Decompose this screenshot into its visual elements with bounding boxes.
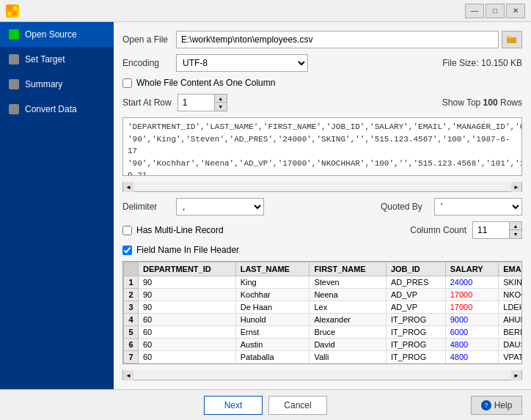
table-hscroll[interactable]: ◄ ► [122, 370, 522, 380]
table-cell-salary: 17000 [445, 289, 499, 301]
table-cell-last-name: Hunold [235, 314, 310, 326]
table-cell-rownum: 7 [124, 351, 139, 364]
table-hscroll-left[interactable]: ◄ [123, 370, 133, 380]
sidebar-item-convert-data[interactable]: Convert Data [0, 97, 114, 122]
table-cell-dept: 90 [139, 289, 236, 301]
table-cell-job: IT_PROG [386, 351, 445, 364]
table-row: 190KingStevenAD_PRES24000SKING [124, 276, 523, 289]
start-row-left: Start At Row ▲ ▼ [122, 94, 227, 111]
sidebar-label-convert-data: Convert Data [25, 104, 77, 114]
spin-down-button[interactable]: ▼ [215, 103, 227, 111]
multiline-checkbox-row: Has Multi-Line Record [122, 225, 224, 235]
table-cell-first-name: Lex [310, 301, 387, 314]
delimiter-label: Delimiter [122, 202, 170, 212]
sidebar-item-open-source[interactable]: Open Source [0, 22, 114, 47]
svg-rect-1 [13, 7, 17, 10]
help-icon: ? [481, 400, 491, 410]
hscroll-right-button[interactable]: ► [511, 182, 521, 192]
multiline-col-count-row: Has Multi-Line Record Column Count ▲ ▼ [122, 221, 522, 239]
table-cell-email: AHUNOL... [499, 314, 522, 326]
table-cell-rownum: 2 [124, 289, 139, 301]
table-cell-salary: 6000 [445, 326, 499, 339]
whole-file-checkbox[interactable] [122, 78, 132, 88]
main-layout: Open Source Set Target Summary Convert D… [0, 22, 531, 389]
open-file-label: Open a File [122, 34, 170, 45]
table-cell-first-name: Neena [310, 289, 387, 301]
help-button[interactable]: ? Help [471, 396, 522, 415]
table-cell-rownum: 3 [124, 301, 139, 314]
field-name-label[interactable]: Field Name In File Header [136, 245, 239, 255]
minimize-button[interactable]: — [465, 4, 484, 18]
svg-rect-0 [8, 7, 12, 11]
start-at-row-input-group: ▲ ▼ [177, 94, 227, 111]
cancel-button[interactable]: Cancel [268, 396, 327, 415]
table-row: 460HunoldAlexanderIT_PROG9000AHUNOL... [124, 314, 523, 326]
col-count-input[interactable] [472, 221, 509, 239]
file-path-input[interactable] [176, 31, 499, 48]
content-area: Open a File Encoding UTF-8 UTF-16 ISO-88… [114, 22, 531, 389]
field-name-checkbox[interactable] [122, 246, 132, 255]
hscroll-track[interactable] [133, 182, 511, 191]
table-row: 390De HaanLexAD_VP17000LDEHAAN [124, 301, 523, 314]
sidebar-label-set-target: Set Target [25, 54, 65, 65]
svg-rect-3 [12, 11, 17, 15]
sidebar-indicator-open-source [9, 29, 19, 40]
table-cell-last-name: Austin [235, 339, 310, 351]
sidebar-item-set-target[interactable]: Set Target [0, 47, 114, 72]
col-count-spin-down[interactable]: ▼ [510, 230, 521, 238]
multiline-checkbox[interactable] [122, 226, 132, 235]
table-cell-salary: 24000 [445, 276, 499, 289]
preview-area[interactable]: 'DEPARTMENT_ID','LAST_NAME','FIRST_NAME'… [122, 117, 522, 176]
app-icon [6, 4, 19, 18]
sidebar-indicator-convert-data [9, 104, 19, 114]
table-cell-email: VPATAB... [499, 351, 522, 364]
table-header-row: DEPARTMENT_ID LAST_NAME FIRST_NAME JOB_I… [124, 262, 523, 276]
browse-button[interactable] [502, 31, 522, 48]
table-cell-last-name: King [235, 276, 310, 289]
delimiter-select[interactable]: , ; | \t [176, 198, 264, 215]
close-button[interactable]: ✕ [506, 4, 525, 18]
table-cell-rownum: 6 [124, 339, 139, 351]
multiline-label[interactable]: Has Multi-Line Record [136, 225, 224, 235]
col-count-spin-up[interactable]: ▲ [510, 222, 521, 230]
sidebar: Open Source Set Target Summary Convert D… [0, 22, 114, 389]
table-row: 660AustinDavidIT_PROG4800DAUSTIN [124, 339, 523, 351]
preview-hscroll[interactable]: ◄ ► [122, 182, 522, 192]
table-cell-dept: 60 [139, 326, 236, 339]
table-cell-rownum: 5 [124, 326, 139, 339]
table-cell-first-name: Bruce [310, 326, 387, 339]
col-header-job-id: JOB_ID [386, 262, 445, 276]
whole-file-checkbox-label[interactable]: Whole File Content As One Column [136, 78, 275, 88]
start-at-row-input[interactable] [177, 94, 214, 111]
encoding-select[interactable]: UTF-8 UTF-16 ISO-8859-1 ASCII [176, 54, 308, 72]
encoding-label: Encoding [122, 58, 170, 68]
table-cell-email: DAUSTIN [499, 339, 522, 351]
table-hscroll-track[interactable] [133, 370, 511, 380]
quoted-by-select[interactable]: ' " None [434, 198, 522, 215]
sidebar-item-summary[interactable]: Summary [0, 72, 114, 97]
maximize-button[interactable]: □ [486, 4, 505, 18]
title-bar-left [6, 4, 23, 18]
table-row: 760PataballaValliIT_PROG4800VPATAB... [124, 351, 523, 364]
start-at-row-label: Start At Row [122, 97, 172, 108]
table-cell-first-name: Valli [310, 351, 387, 364]
delimiter-group: Delimiter , ; | \t [122, 198, 264, 215]
hscroll-left-button[interactable]: ◄ [123, 182, 133, 192]
spin-up-button[interactable]: ▲ [215, 95, 227, 103]
col-header-email: EMAIL [499, 262, 522, 276]
delimiter-quoted-row: Delimiter , ; | \t Quoted By ' " None [122, 198, 522, 215]
table-hscroll-right[interactable]: ► [511, 370, 521, 380]
open-file-row: Open a File [122, 31, 522, 48]
table-cell-last-name: Kochhar [235, 289, 310, 301]
col-count-group: Column Count ▲ ▼ [410, 221, 522, 239]
data-table-container[interactable]: DEPARTMENT_ID LAST_NAME FIRST_NAME JOB_I… [122, 261, 522, 364]
next-button[interactable]: Next [204, 396, 263, 415]
table-row: 560ErnstBruceIT_PROG6000BERNST [124, 326, 523, 339]
file-input-group [176, 31, 522, 48]
table-cell-first-name: David [310, 339, 387, 351]
col-count-label: Column Count [410, 225, 466, 235]
table-cell-salary: 17000 [445, 301, 499, 314]
table-cell-job: AD_PRES [386, 276, 445, 289]
table-cell-first-name: Steven [310, 276, 387, 289]
col-header-first-name: FIRST_NAME [310, 262, 387, 276]
